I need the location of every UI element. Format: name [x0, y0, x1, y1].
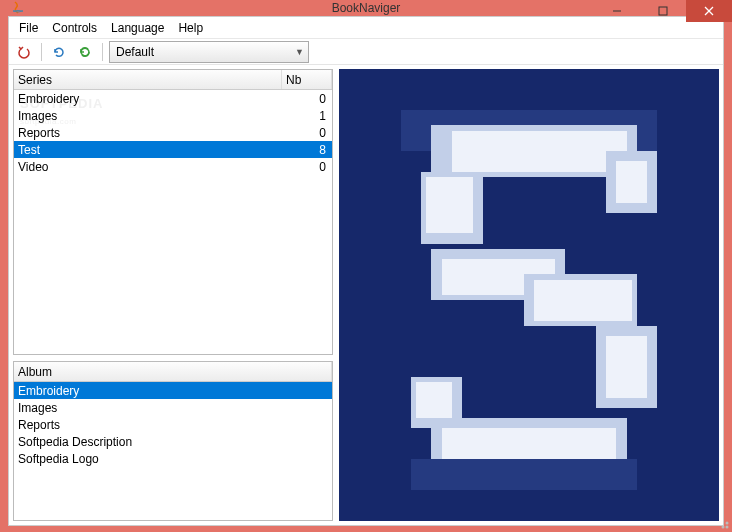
series-name-cell: Test [14, 143, 282, 157]
svg-rect-15 [534, 280, 632, 321]
menu-help[interactable]: Help [172, 19, 209, 37]
table-row[interactable]: Reports0 [14, 124, 332, 141]
menu-controls[interactable]: Controls [46, 19, 103, 37]
toolbar: Default ▼ [9, 39, 723, 65]
library-dropdown[interactable]: Default ▼ [109, 41, 309, 63]
svg-point-23 [726, 526, 729, 529]
chevron-down-icon: ▼ [295, 47, 304, 57]
maximize-button[interactable] [640, 0, 686, 22]
series-header-nb[interactable]: Nb [282, 70, 332, 89]
table-row[interactable]: Video0 [14, 158, 332, 175]
refresh-all-button[interactable] [74, 42, 96, 62]
series-table-header: Series Nb [14, 70, 332, 90]
list-item[interactable]: Softpedia Description [14, 433, 332, 450]
svg-point-24 [722, 526, 725, 529]
minimize-button[interactable] [594, 0, 640, 22]
svg-rect-22 [411, 459, 637, 490]
titlebar[interactable]: BookNaviger [0, 0, 732, 16]
series-header-series[interactable]: Series [14, 70, 282, 89]
series-table: Series Nb SOFTPEDIAsoftpedia.com Embroid… [13, 69, 333, 355]
svg-rect-19 [416, 382, 452, 418]
list-item[interactable]: Softpedia Logo [14, 450, 332, 467]
series-name-cell: Reports [14, 126, 282, 140]
preview-image [339, 69, 719, 521]
menu-file[interactable]: File [13, 19, 44, 37]
album-table-body[interactable]: EmbroideryImagesReportsSoftpedia Descrip… [14, 382, 332, 520]
series-name-cell: Images [14, 109, 282, 123]
table-row[interactable]: Test8 [14, 141, 332, 158]
series-name-cell: Video [14, 160, 282, 174]
album-table-header: Album [14, 362, 332, 382]
resize-grip[interactable] [718, 518, 730, 530]
menu-language[interactable]: Language [105, 19, 170, 37]
svg-rect-11 [426, 177, 472, 233]
series-table-body: SOFTPEDIAsoftpedia.com Embroidery0Images… [14, 90, 332, 354]
toolbar-separator [102, 43, 103, 61]
series-nb-cell: 1 [282, 109, 332, 123]
preview-pane [339, 69, 719, 521]
window-controls [594, 0, 732, 22]
client-area: File Controls Language Help Default ▼ [8, 16, 724, 526]
album-table: Album EmbroideryImagesReportsSoftpedia D… [13, 361, 333, 521]
list-item[interactable]: Embroidery [14, 382, 332, 399]
java-icon [10, 0, 26, 16]
refresh-button[interactable] [48, 42, 70, 62]
undo-button[interactable] [13, 42, 35, 62]
album-header-album[interactable]: Album [14, 362, 332, 381]
svg-point-25 [726, 522, 729, 525]
svg-rect-7 [452, 131, 627, 172]
toolbar-separator [41, 43, 42, 61]
content-area: Series Nb SOFTPEDIAsoftpedia.com Embroid… [9, 65, 723, 525]
list-item[interactable]: Reports [14, 416, 332, 433]
svg-rect-9 [616, 161, 647, 202]
series-nb-cell: 8 [282, 143, 332, 157]
series-nb-cell: 0 [282, 126, 332, 140]
app-window: BookNaviger File Controls Language Help [0, 0, 732, 532]
svg-rect-17 [606, 336, 647, 398]
list-item[interactable]: Images [14, 399, 332, 416]
series-nb-cell: 0 [282, 92, 332, 106]
table-row[interactable]: Images1 [14, 107, 332, 124]
svg-rect-21 [442, 428, 617, 464]
series-nb-cell: 0 [282, 160, 332, 174]
table-row[interactable]: Embroidery0 [14, 90, 332, 107]
library-selected-label: Default [116, 45, 154, 59]
series-name-cell: Embroidery [14, 92, 282, 106]
svg-rect-1 [659, 7, 667, 15]
window-title: BookNaviger [332, 1, 401, 15]
close-button[interactable] [686, 0, 732, 22]
left-panel: Series Nb SOFTPEDIAsoftpedia.com Embroid… [13, 69, 333, 521]
